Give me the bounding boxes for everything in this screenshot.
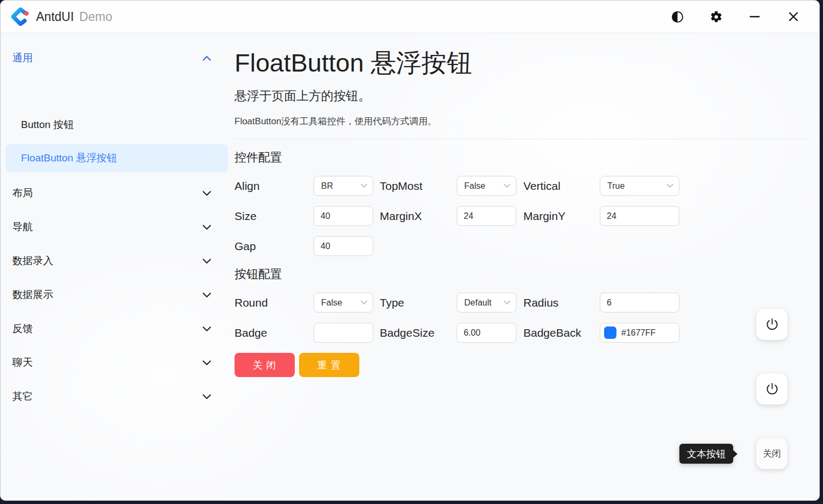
sidebar-group-navigation[interactable]: 导航 — [1, 216, 233, 238]
vertical-select[interactable]: True — [600, 176, 679, 196]
sidebar-group-chat[interactable]: 聊天 — [1, 352, 233, 373]
titlebar-actions — [658, 1, 813, 33]
field-label-badgesize: BadgeSize — [380, 326, 457, 339]
chevron-down-icon — [503, 300, 510, 305]
sidebar-item-label: FloatButton 悬浮按钮 — [21, 151, 117, 165]
field-label-badge: Badge — [235, 326, 314, 339]
sidebar-item-label: Button 按钮 — [21, 118, 74, 132]
field-label-radius: Radius — [523, 296, 600, 309]
select-value: False — [464, 181, 485, 191]
tooltip-arrow — [733, 450, 737, 458]
settings-gear-icon[interactable] — [703, 5, 729, 29]
sidebar-group-label: 数据录入 — [12, 254, 53, 268]
sidebar: 通用 Button 按钮 FloatButton 悬浮按钮 布局 导航 数据录入… — [1, 33, 233, 500]
field-label-gap: Gap — [235, 240, 314, 253]
sidebar-group-other[interactable]: 其它 — [1, 386, 233, 407]
divider — [235, 139, 808, 139]
titlebar: AntdUI Demo — [1, 1, 819, 33]
color-swatch[interactable] — [604, 326, 616, 339]
field-label-align: Align — [235, 180, 314, 193]
size-input[interactable] — [314, 206, 373, 226]
align-select[interactable]: BR — [314, 176, 373, 196]
form-row: Badge BadgeSize BadgeBack #1677FF — [235, 323, 819, 343]
topmost-select[interactable]: False — [457, 176, 516, 196]
type-select[interactable]: Default — [457, 293, 516, 313]
main-content: FloatButton 悬浮按钮 悬浮于页面上方的按钮。 FloatButton… — [235, 33, 819, 500]
section-title-control-config: 控件配置 — [235, 150, 819, 166]
sidebar-group-data-display[interactable]: 数据展示 — [1, 284, 233, 306]
page-subtitle: 悬浮于页面上方的按钮。 — [235, 88, 819, 104]
theme-contrast-icon[interactable] — [664, 5, 690, 29]
sidebar-group-label: 其它 — [12, 389, 33, 403]
form-row: Align BR TopMost False Vertical True — [235, 176, 819, 196]
color-hex-value: #1677FF — [621, 328, 656, 338]
sidebar-group-label: 聊天 — [12, 356, 33, 370]
radius-input[interactable] — [600, 293, 679, 313]
chevron-up-icon — [202, 55, 211, 61]
chevron-down-icon — [503, 183, 510, 188]
tooltip-label: 文本按钮 — [687, 448, 726, 460]
badgeback-color-field[interactable]: #1677FF — [600, 323, 679, 343]
sidebar-group-general[interactable]: 通用 — [1, 47, 233, 69]
float-power-button-1[interactable] — [756, 309, 787, 340]
badge-input[interactable] — [314, 323, 373, 343]
float-close-text-button[interactable]: 关闭 — [756, 438, 787, 469]
sidebar-item-floatbutton[interactable]: FloatButton 悬浮按钮 — [5, 144, 228, 172]
marginy-input[interactable] — [600, 206, 679, 226]
select-value: Default — [464, 298, 492, 308]
field-label-size: Size — [235, 210, 314, 223]
page-title: FloatButton 悬浮按钮 — [235, 46, 819, 80]
chevron-down-icon — [202, 292, 211, 298]
marginx-input[interactable] — [457, 206, 516, 226]
tooltip-text-button: 文本按钮 — [679, 444, 733, 464]
form-row: Round False Type Default Radius — [235, 293, 819, 313]
antdui-logo-icon — [11, 8, 30, 26]
select-value: True — [607, 181, 625, 191]
section-title-button-config: 按钮配置 — [235, 266, 819, 282]
float-power-button-2[interactable] — [756, 373, 787, 404]
chevron-down-icon — [360, 183, 367, 188]
sidebar-group-label: 反馈 — [12, 322, 33, 336]
sidebar-group-label: 通用 — [12, 51, 33, 65]
select-value: BR — [321, 181, 333, 191]
chevron-down-icon — [666, 183, 673, 188]
app-window: AntdUI Demo 通用 — [0, 0, 820, 501]
sidebar-item-button[interactable]: Button 按钮 — [5, 111, 228, 139]
sidebar-group-label: 数据展示 — [12, 288, 53, 302]
badgesize-input[interactable] — [457, 323, 516, 343]
chevron-down-icon — [202, 394, 211, 400]
field-label-topmost: TopMost — [380, 180, 457, 193]
field-label-marginy: MarginY — [523, 210, 600, 223]
chevron-down-icon — [202, 326, 211, 332]
power-icon — [765, 382, 779, 396]
app-name: AntdUI — [36, 10, 74, 24]
minimize-icon[interactable] — [742, 5, 768, 29]
sidebar-group-label: 导航 — [12, 220, 33, 234]
field-label-vertical: Vertical — [523, 180, 600, 193]
close-icon[interactable] — [781, 5, 806, 29]
chevron-down-icon — [202, 360, 211, 366]
field-label-type: Type — [380, 296, 457, 309]
select-value: False — [321, 298, 342, 308]
form-row: Size MarginX MarginY — [235, 206, 819, 226]
sidebar-group-feedback[interactable]: 反馈 — [1, 318, 233, 339]
action-buttons: 关 闭 重 置 — [235, 353, 819, 377]
sidebar-group-data-entry[interactable]: 数据录入 — [1, 250, 233, 272]
chevron-down-icon — [202, 258, 211, 264]
form-row: Gap — [235, 236, 819, 256]
close-button[interactable]: 关 闭 — [235, 353, 295, 377]
sidebar-group-label: 布局 — [12, 186, 33, 200]
field-label-marginx: MarginX — [380, 210, 457, 223]
field-label-badgeback: BadgeBack — [523, 326, 600, 339]
reset-button[interactable]: 重 置 — [299, 353, 359, 377]
app-mode-label: Demo — [79, 10, 112, 24]
float-button-label: 关闭 — [763, 448, 781, 460]
power-icon — [765, 317, 779, 332]
sidebar-group-layout[interactable]: 布局 — [1, 182, 233, 204]
round-select[interactable]: False — [314, 293, 373, 313]
chevron-down-icon — [202, 224, 211, 230]
field-label-round: Round — [235, 296, 314, 309]
page-description: FloatButton没有工具箱控件，使用代码方式调用。 — [235, 115, 819, 127]
gap-input[interactable] — [314, 236, 373, 256]
chevron-down-icon — [202, 190, 211, 196]
